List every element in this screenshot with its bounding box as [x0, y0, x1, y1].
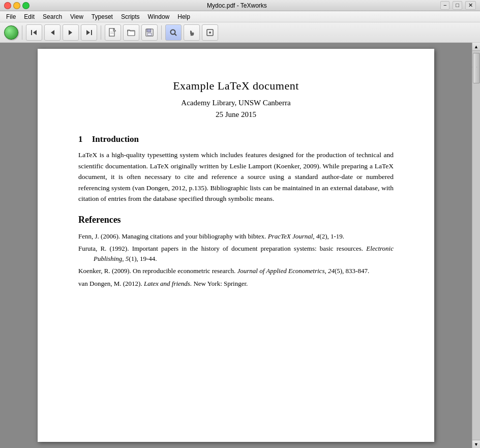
titlebar: Mydoc.pdf - TeXworks − □ ✕: [0, 0, 480, 11]
svg-rect-12: [147, 29, 151, 32]
document-author: Academy Library, UNSW Canberra: [78, 99, 394, 107]
svg-marker-2: [51, 30, 54, 35]
menu-scripts[interactable]: Scripts: [117, 12, 144, 21]
hand-tool-button[interactable]: [184, 24, 200, 41]
svg-marker-5: [86, 30, 90, 35]
document-date: 25 June 2015: [78, 110, 394, 119]
last-page-icon: [85, 29, 93, 36]
svg-marker-1: [33, 30, 37, 35]
section-1-number: 1: [78, 134, 83, 144]
pdf-page: Example LaTeX document Academy Library, …: [38, 49, 434, 442]
scrollbar: ▲ ▼: [472, 43, 480, 448]
document-title: Example LaTeX document: [78, 79, 394, 93]
svg-line-15: [175, 34, 177, 36]
maximize-button[interactable]: [22, 2, 29, 9]
scroll-thumb[interactable]: [473, 53, 480, 83]
scroll-up-button[interactable]: ▲: [472, 43, 481, 51]
open-doc-icon: [127, 28, 135, 37]
menu-window[interactable]: Window: [144, 12, 174, 21]
new-doc-button[interactable]: [105, 24, 121, 41]
menu-help[interactable]: Help: [173, 12, 194, 21]
typeset-button[interactable]: [4, 25, 18, 40]
section-1-heading: 1 Introduction: [78, 134, 394, 144]
ref-entry-3: Koenker, R. (2009). On reproducible econ…: [78, 266, 394, 276]
prev-page-icon: [49, 29, 56, 36]
svg-rect-13: [147, 33, 152, 36]
new-doc-icon: [109, 28, 117, 37]
save-doc-button[interactable]: [141, 24, 158, 41]
svg-rect-4: [91, 30, 92, 35]
sync-button[interactable]: [202, 24, 218, 41]
scroll-down-button[interactable]: ▼: [472, 440, 481, 448]
svg-rect-16: [190, 31, 191, 34]
menu-typeset[interactable]: Typeset: [87, 12, 117, 21]
separator-2: [101, 25, 101, 40]
minimize-button[interactable]: [13, 2, 20, 9]
next-page-button[interactable]: [63, 24, 79, 41]
menubar: File Edit Search View Typeset Scripts Wi…: [0, 11, 480, 22]
menu-edit[interactable]: Edit: [20, 12, 39, 21]
menu-search[interactable]: Search: [39, 12, 66, 21]
separator-3: [161, 25, 162, 40]
hand-icon: [188, 28, 196, 37]
search-icon: [169, 28, 177, 37]
win-minimize-button[interactable]: −: [440, 1, 449, 10]
win-close-button[interactable]: ✕: [465, 1, 476, 10]
menu-file[interactable]: File: [2, 12, 20, 21]
main-area: Example LaTeX document Academy Library, …: [0, 43, 480, 448]
first-page-button[interactable]: [26, 24, 42, 41]
prev-page-button[interactable]: [44, 24, 61, 41]
menu-view[interactable]: View: [66, 12, 87, 21]
scroll-track[interactable]: [473, 51, 480, 440]
next-page-icon: [67, 29, 74, 36]
svg-marker-3: [69, 30, 72, 35]
toolbar: [0, 22, 480, 43]
ref-entry-4: van Dongen, M. (2012). Latex and friends…: [78, 279, 394, 289]
save-doc-icon: [145, 28, 154, 37]
svg-point-18: [209, 32, 211, 34]
titlebar-title: Mydoc.pdf - TeXworks: [34, 2, 440, 9]
win-restore-button[interactable]: □: [453, 1, 462, 10]
close-button[interactable]: [4, 2, 11, 9]
ref-entry-1: Fenn, J. (2006). Managing citations and …: [78, 231, 394, 242]
svg-rect-0: [31, 30, 32, 35]
first-page-icon: [31, 29, 38, 36]
svg-point-14: [171, 29, 175, 34]
section-1-title: Introduction: [92, 134, 139, 144]
section-1-body: LaTeX is a high-quality typesetting syst…: [78, 150, 394, 204]
sync-icon: [206, 28, 214, 37]
last-page-button[interactable]: [81, 24, 97, 41]
find-button[interactable]: [165, 24, 182, 41]
pdf-area[interactable]: Example LaTeX document Academy Library, …: [0, 43, 472, 448]
references-heading: References: [78, 215, 394, 225]
titlebar-controls: [4, 2, 29, 9]
ref-entry-2: Furuta, R. (1992). Important papers in t…: [78, 244, 394, 264]
separator-1: [22, 25, 22, 40]
open-doc-button[interactable]: [123, 24, 139, 41]
